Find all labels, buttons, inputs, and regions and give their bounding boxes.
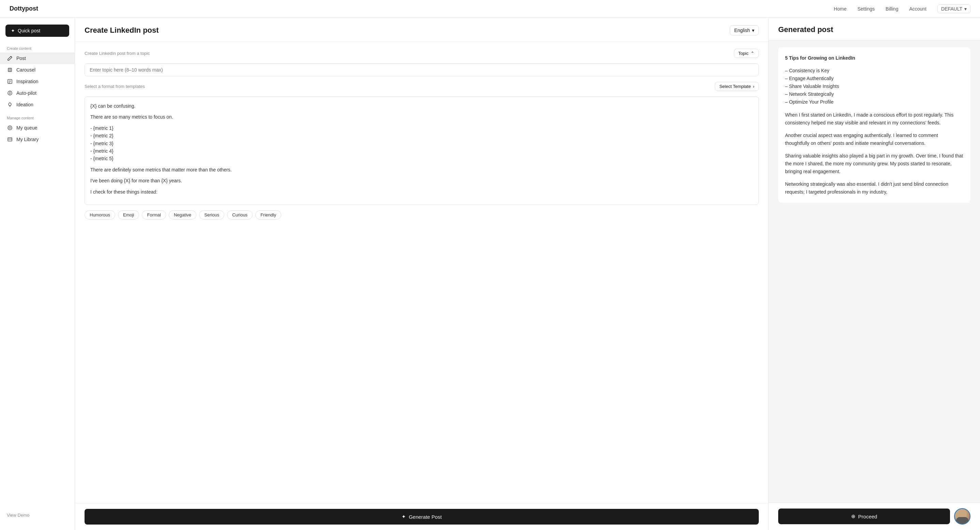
chevron-down-icon: ▾ bbox=[752, 28, 754, 33]
svg-point-17 bbox=[10, 127, 10, 128]
carousel-icon bbox=[7, 67, 13, 73]
quick-post-button[interactable]: ✦ Quick post bbox=[5, 24, 69, 37]
tone-chip-friendly[interactable]: Friendly bbox=[255, 210, 281, 220]
generated-panel-title: Generated post bbox=[778, 25, 970, 34]
chevron-down-icon: ▾ bbox=[964, 6, 967, 11]
sidebar-item-carousel[interactable]: Carousel bbox=[0, 64, 75, 76]
nav-billing[interactable]: Billing bbox=[886, 6, 898, 11]
nav-settings[interactable]: Settings bbox=[857, 6, 875, 11]
topnav-links: Home Settings Billing Account DEFAULT ▾ bbox=[834, 5, 970, 13]
sparkle-icon: ✦ bbox=[401, 514, 406, 520]
sidebar-item-library[interactable]: My Library bbox=[0, 134, 75, 145]
post-line-6: Networking strategically was also essent… bbox=[785, 180, 964, 196]
sidebar-item-queue[interactable]: My queue bbox=[0, 122, 75, 134]
template-line-2: There are so many metrics to focus on. bbox=[90, 113, 753, 121]
create-panel-footer: ✦ Generate Post bbox=[75, 503, 768, 530]
template-line-3: - {metric 1} - {metric 2} - {metric 3} -… bbox=[90, 124, 753, 162]
svg-rect-0 bbox=[8, 68, 11, 72]
generated-post-card: 5 Tips for Growing on LinkedIn – Consist… bbox=[778, 48, 970, 203]
template-line-5: I've been doing {X} for more than {X} ye… bbox=[90, 177, 753, 185]
workspace-selector[interactable]: DEFAULT ▾ bbox=[937, 5, 970, 13]
create-panel-body: Create LinkedIn post from a topic Topic … bbox=[75, 42, 768, 503]
avatar-image bbox=[955, 509, 970, 524]
create-panel-title: Create LinkedIn post bbox=[84, 26, 159, 35]
chevron-up-icon: ⌃ bbox=[751, 51, 754, 56]
app-logo: Dottypost bbox=[10, 5, 38, 12]
tone-chip-curious[interactable]: Curious bbox=[227, 210, 253, 220]
topic-type-label: Topic bbox=[738, 51, 749, 56]
generated-panel-footer: ⊕ Proceed bbox=[768, 502, 980, 530]
svg-point-8 bbox=[9, 92, 11, 94]
topic-row-label: Create LinkedIn post from a topic bbox=[84, 51, 150, 56]
post-line-1: 5 Tips for Growing on LinkedIn bbox=[785, 54, 964, 62]
template-row-label: Select a format from templates bbox=[84, 84, 145, 89]
template-content-area[interactable]: {X} can be confusing. There are so many … bbox=[84, 97, 759, 205]
avatar-body bbox=[956, 517, 969, 524]
create-panel: Create LinkedIn post English ▾ Create Li… bbox=[75, 18, 768, 530]
tone-chip-humorous[interactable]: Humorous bbox=[84, 210, 115, 220]
post-line-3: When I first started on LinkedIn, I made… bbox=[785, 111, 964, 127]
generated-panel-header: Generated post bbox=[768, 18, 980, 41]
language-selector[interactable]: English ▾ bbox=[730, 25, 759, 35]
circle-arrow-icon: ⊕ bbox=[851, 513, 856, 519]
template-line-4: There are definitely some metrics that m… bbox=[90, 166, 753, 173]
app-layout: ✦ Quick post Create content Post Carouse… bbox=[0, 18, 980, 530]
tone-chip-formal[interactable]: Formal bbox=[142, 210, 165, 220]
sidebar-item-ideation[interactable]: Ideation bbox=[0, 99, 75, 110]
inspiration-icon bbox=[7, 78, 13, 84]
nav-account[interactable]: Account bbox=[909, 6, 926, 11]
sidebar: ✦ Quick post Create content Post Carouse… bbox=[0, 18, 75, 530]
sidebar-item-autopilot[interactable]: Auto-pilot bbox=[0, 87, 75, 99]
sidebar-item-post[interactable]: Post bbox=[0, 53, 75, 64]
topic-input[interactable] bbox=[84, 64, 759, 76]
post-line-2: – Consistency is Key – Engage Authentica… bbox=[785, 67, 964, 106]
view-demo-link[interactable]: View Demo bbox=[0, 507, 75, 523]
generated-panel: Generated post 5 Tips for Growing on Lin… bbox=[768, 18, 980, 530]
generated-panel-body: 5 Tips for Growing on LinkedIn – Consist… bbox=[768, 41, 980, 502]
sparkle-icon: ✦ bbox=[11, 28, 15, 33]
template-line-6: I check for these things instead: bbox=[90, 188, 753, 196]
user-avatar[interactable] bbox=[954, 508, 970, 525]
generate-post-button[interactable]: ✦ Generate Post bbox=[84, 509, 759, 525]
post-line-5: Sharing valuable insights also played a … bbox=[785, 152, 964, 175]
workspace-label: DEFAULT bbox=[941, 6, 962, 11]
template-row: Select a format from templates Select Te… bbox=[84, 82, 759, 91]
create-panel-header: Create LinkedIn post English ▾ bbox=[75, 18, 768, 42]
language-label: English bbox=[734, 28, 750, 33]
post-line-4: Another crucial aspect was engaging auth… bbox=[785, 132, 964, 147]
pen-icon bbox=[7, 55, 13, 61]
manage-section-label: Manage content bbox=[0, 116, 75, 120]
create-section-label: Create content bbox=[0, 46, 75, 51]
topic-row: Create LinkedIn post from a topic Topic … bbox=[84, 49, 759, 58]
ideation-icon bbox=[7, 102, 13, 108]
tone-chips-group: Humorous Emoji Formal Negative Serious C… bbox=[84, 210, 759, 220]
select-template-label: Select Template bbox=[719, 84, 751, 89]
tone-chip-emoji[interactable]: Emoji bbox=[118, 210, 139, 220]
tone-chip-serious[interactable]: Serious bbox=[199, 210, 224, 220]
autopilot-icon bbox=[7, 90, 13, 96]
nav-home[interactable]: Home bbox=[834, 6, 846, 11]
tone-chip-negative[interactable]: Negative bbox=[169, 210, 196, 220]
select-template-button[interactable]: Select Template › bbox=[715, 82, 759, 91]
template-line-1: {X} can be confusing. bbox=[90, 102, 753, 110]
proceed-button[interactable]: ⊕ Proceed bbox=[778, 509, 950, 524]
svg-rect-18 bbox=[8, 138, 12, 141]
sidebar-item-inspiration[interactable]: Inspiration bbox=[0, 76, 75, 87]
topic-type-button[interactable]: Topic ⌃ bbox=[734, 49, 759, 58]
chevron-right-icon: › bbox=[753, 84, 754, 89]
svg-point-11 bbox=[8, 103, 11, 106]
queue-icon bbox=[7, 125, 13, 131]
topnav: Dottypost Home Settings Billing Account … bbox=[0, 0, 980, 18]
library-icon bbox=[7, 136, 13, 142]
main-content: Create LinkedIn post English ▾ Create Li… bbox=[75, 18, 980, 530]
